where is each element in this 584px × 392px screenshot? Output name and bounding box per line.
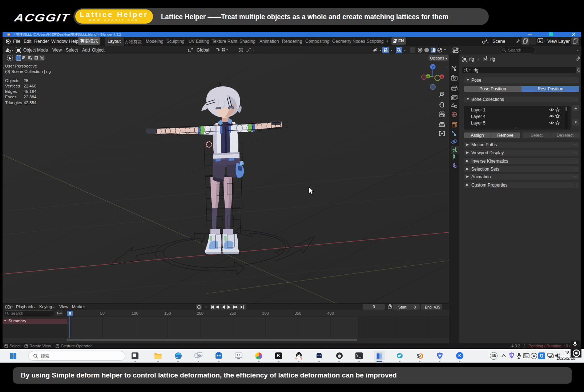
svg-text:200: 200 — [197, 311, 204, 315]
svg-text:100: 100 — [132, 311, 138, 315]
svg-text:350: 350 — [295, 311, 301, 315]
svg-text:50: 50 — [100, 311, 105, 315]
svg-text:150: 150 — [164, 311, 171, 315]
svg-text:X: X — [441, 75, 443, 79]
svg-text:300: 300 — [262, 311, 269, 315]
svg-text:400: 400 — [327, 311, 334, 315]
svg-text:LM: LM — [198, 354, 202, 356]
svg-text:Z: Z — [432, 65, 434, 69]
svg-text:L1: L1 — [237, 354, 240, 356]
svg-text:Y: Y — [427, 75, 429, 78]
svg-text:250: 250 — [229, 311, 236, 315]
